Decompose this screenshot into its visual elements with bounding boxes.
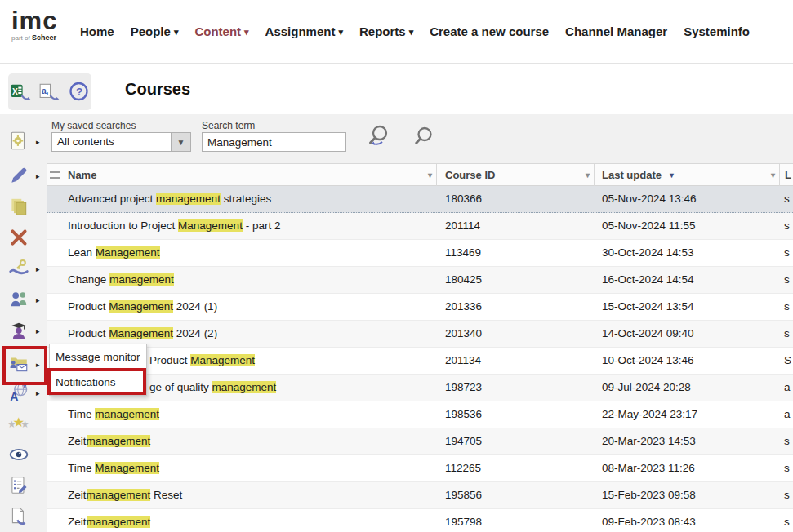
toolbar-row: Xa,? Courses: [0, 64, 793, 114]
submenu-arrow-icon[interactable]: ▸: [36, 172, 40, 180]
table-row[interactable]: Advanced project management strategies18…: [47, 186, 793, 213]
search-highlight: management: [87, 516, 151, 528]
course-id: 113469: [445, 240, 481, 266]
search-highlight: management: [87, 435, 151, 447]
nav-item-assignment[interactable]: Assignment▾: [265, 24, 343, 38]
filter-caret-icon[interactable]: ▾: [428, 164, 432, 186]
submenu-arrow-icon[interactable]: ▸: [36, 361, 40, 369]
text-export-icon[interactable]: a,: [38, 82, 61, 103]
search-reset-icon[interactable]: [365, 122, 394, 157]
sidebar-item-tutors[interactable]: ▸: [7, 320, 41, 344]
caret-down-icon: ▾: [409, 27, 414, 37]
logo-subtext: part of Scheer: [11, 34, 57, 42]
course-id: 198536: [445, 401, 482, 428]
table-row[interactable]: Introduction to Project Management - par…: [47, 213, 793, 240]
sidebar-item-messages[interactable]: ▸: [7, 353, 41, 378]
course-id: 201340: [445, 321, 482, 347]
submenu-arrow-icon[interactable]: ▸: [36, 138, 40, 146]
last-update: 16-Oct-2024 14:54: [602, 267, 694, 293]
filter-caret-icon[interactable]: ▾: [771, 164, 775, 186]
search-highlight: Management: [109, 327, 173, 339]
sidebar-item-export-document[interactable]: [7, 506, 41, 530]
sidebar-item-copy[interactable]: [7, 196, 41, 220]
table-row[interactable]: Lean Management11346930-Oct-2024 14:53s: [47, 240, 793, 267]
sidebar-item-delete[interactable]: [7, 227, 41, 251]
search-highlight: Management: [190, 354, 255, 366]
top-navigation: imc part of Scheer HomePeople▾Content▾As…: [0, 0, 793, 64]
course-id: 180425: [445, 267, 482, 293]
sidebar-item-logs[interactable]: [7, 475, 41, 499]
table-row[interactable]: Time Management11226508-Mar-2023 11:26s: [47, 455, 793, 482]
nav-item-systeminfo[interactable]: Systeminfo: [684, 24, 750, 38]
hamburger-icon[interactable]: [50, 171, 60, 179]
excel-export-icon[interactable]: X: [10, 82, 33, 103]
row-handle-header[interactable]: [47, 164, 62, 187]
sidebar-item-preview[interactable]: [7, 444, 41, 468]
search-highlight: Management: [95, 462, 159, 474]
table-row[interactable]: Product Management 2024 (1)20133615-Oct-…: [47, 294, 793, 321]
last-editor-truncated: s: [784, 455, 790, 481]
submenu-arrow-icon[interactable]: ▸: [36, 296, 40, 304]
search-icon[interactable]: [412, 126, 437, 153]
saved-searches-value[interactable]: All contents: [51, 132, 172, 152]
search-highlight: management: [87, 489, 151, 501]
sidebar-item-create-content[interactable]: ▸: [7, 131, 41, 155]
table-row[interactable]: Zeitmanagement19579809-Feb-2023 08:43s: [47, 509, 793, 532]
search-highlight: Management: [178, 219, 243, 232]
search-highlight: Management: [109, 300, 173, 313]
sidebar-item-edit[interactable]: ▸: [7, 165, 41, 189]
nav-item-channel-manager[interactable]: Channel Manager: [565, 24, 667, 38]
column-header-name[interactable]: Name ▾: [62, 164, 437, 187]
table-row[interactable]: ge of quality management19872309-Jul-202…: [47, 375, 793, 401]
table-row[interactable]: Time management19853622-May-2024 23:17a: [47, 401, 793, 428]
sort-desc-icon[interactable]: ▼: [668, 171, 675, 180]
last-update: 05-Nov-2024 13:46: [602, 186, 697, 212]
course-name: Time Management: [68, 455, 159, 481]
nav-item-people[interactable]: People▾: [131, 24, 179, 38]
saved-searches-label: My saved searches: [51, 120, 136, 131]
notifications-menu-item[interactable]: Notifications: [50, 370, 146, 395]
course-name: Product Management 2024 (1): [68, 294, 217, 320]
sidebar-item-ratings[interactable]: ★★★: [7, 413, 41, 437]
course-name: Lean Management: [68, 240, 160, 266]
table-row[interactable]: Product Management20113410-Oct-2024 13:4…: [47, 348, 793, 375]
imc-logo[interactable]: imc part of Scheer: [11, 8, 57, 42]
sidebar-item-members[interactable]: ▸: [7, 289, 41, 313]
nav-item-create-a-new-course[interactable]: Create a new course: [430, 24, 549, 38]
toolbar: Xa,?: [8, 73, 91, 110]
nav-item-home[interactable]: Home: [80, 24, 114, 38]
submenu-arrow-icon[interactable]: ▸: [36, 327, 40, 335]
sidebar-item-assign[interactable]: ▸: [7, 258, 41, 282]
dropdown-caret-icon[interactable]: ▼: [172, 132, 191, 152]
column-header-last-update[interactable]: Last update▼ ▾: [595, 164, 780, 187]
last-update: 15-Feb-2023 09:58: [602, 482, 696, 508]
filter-caret-icon[interactable]: ▾: [586, 164, 590, 186]
svg-text:X: X: [12, 86, 18, 95]
submenu-arrow-icon[interactable]: ▸: [36, 389, 40, 397]
table-row[interactable]: Product Management 2024 (2)20134014-Oct-…: [47, 321, 793, 348]
last-update: 14-Oct-2024 09:40: [602, 321, 694, 347]
table-row[interactable]: Change management18042516-Oct-2024 14:54…: [47, 267, 793, 294]
sidebar-item-translations[interactable]: Ax▸: [7, 382, 41, 406]
course-name: Zeitmanagement Reset: [68, 482, 182, 508]
message-monitor-menu-item[interactable]: Message monitor: [50, 344, 146, 370]
last-editor-truncated: s: [784, 213, 790, 239]
saved-searches-dropdown[interactable]: All contents ▼: [51, 132, 191, 152]
submenu-arrow-icon[interactable]: ▸: [36, 265, 40, 273]
page: imc part of Scheer HomePeople▾Content▾As…: [0, 0, 793, 532]
nav-item-content[interactable]: Content▾: [194, 24, 248, 38]
column-header-course-id[interactable]: Course ID ▾: [437, 164, 595, 187]
last-update: 30-Oct-2024 14:53: [602, 240, 694, 266]
last-editor-truncated: s: [784, 294, 790, 320]
table-row[interactable]: Zeitmanagement19470520-Mar-2023 14:53s: [47, 428, 793, 455]
course-id: 201114: [445, 213, 480, 239]
svg-text:A: A: [10, 390, 18, 403]
column-header-truncated[interactable]: L: [780, 164, 793, 187]
last-update: 15-Oct-2024 13:54: [602, 294, 694, 320]
nav-item-reports[interactable]: Reports▾: [359, 24, 413, 38]
table-row[interactable]: Zeitmanagement Reset19585615-Feb-2023 09…: [47, 482, 793, 509]
help-icon[interactable]: ?: [67, 82, 90, 103]
svg-text:★: ★: [12, 415, 25, 429]
caret-down-icon: ▾: [174, 27, 179, 37]
search-term-input[interactable]: [202, 132, 346, 152]
